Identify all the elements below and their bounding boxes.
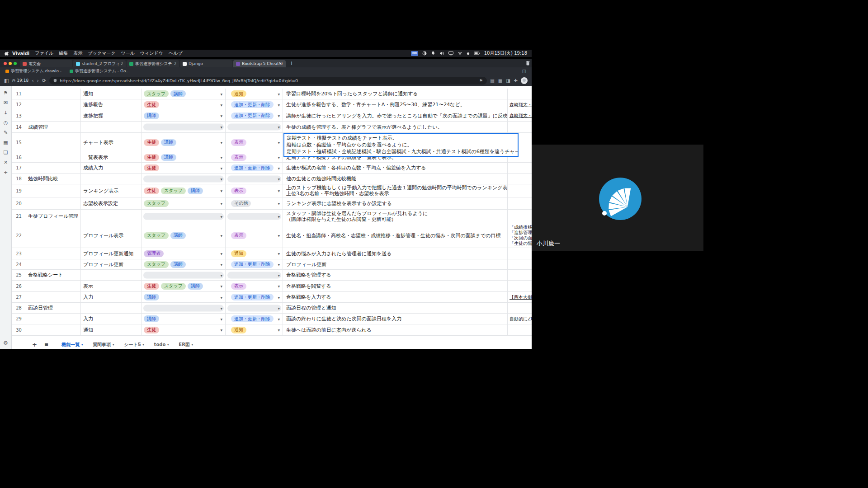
cell-roles[interactable]: ▼ bbox=[142, 210, 226, 223]
cell-description[interactable]: 生徒名・担当講師・高校名・志望校・成績推移・進捗管理・生徒の悩み・次回の面談まで… bbox=[283, 223, 508, 248]
dropdown-arrow-icon[interactable]: ▼ bbox=[220, 202, 222, 205]
cell-action[interactable]: 表示▼ bbox=[226, 281, 283, 291]
dropdown-arrow-icon[interactable]: ▼ bbox=[220, 92, 222, 95]
dropdown-arrow-icon[interactable]: ▼ bbox=[278, 285, 280, 288]
tiles-icon[interactable]: ▦ bbox=[498, 78, 502, 83]
row-number[interactable]: 11 bbox=[12, 89, 26, 99]
browser-tab[interactable]: 学習進捗管理システム2 bbox=[127, 60, 179, 67]
cell-roles[interactable]: 管理者▼ bbox=[142, 248, 226, 259]
row-number[interactable]: 25 bbox=[12, 270, 26, 280]
cell-feature[interactable]: 進捗報告 bbox=[81, 99, 142, 110]
action-chip[interactable]: 表示 bbox=[231, 188, 246, 194]
cell-description[interactable]: 生徒へは面談の前日に案内が送られる bbox=[283, 324, 508, 335]
row-number[interactable]: 15 bbox=[12, 133, 26, 152]
cell-section[interactable] bbox=[26, 248, 81, 259]
cell-roles[interactable]: 生徒▼ bbox=[142, 324, 226, 335]
browser-tab[interactable]: Bootstrap 5 CheatSheet B bbox=[233, 60, 286, 67]
cell-roles[interactable]: ▼ bbox=[142, 174, 226, 184]
menubar-item[interactable]: 表示 bbox=[73, 50, 82, 56]
dropdown-arrow-icon[interactable]: ▼ bbox=[278, 252, 280, 255]
display-icon[interactable] bbox=[448, 51, 453, 56]
notes-icon[interactable]: ✎ bbox=[4, 130, 8, 135]
cell-action[interactable]: 通知▼ bbox=[226, 89, 283, 99]
cell-feature[interactable]: 一覧表表示 bbox=[81, 152, 142, 162]
bookmark-item[interactable]: 学習管理システム.drawio - bbox=[5, 68, 61, 74]
input-source-icon[interactable]: ⌨ bbox=[411, 51, 418, 56]
menubar-item[interactable]: ファイル bbox=[35, 50, 53, 56]
dropdown-arrow-icon[interactable]: ▼ bbox=[278, 306, 280, 310]
cell-feature[interactable]: プロフィール更新 bbox=[81, 259, 142, 269]
cell-note[interactable] bbox=[508, 89, 532, 99]
cell-action[interactable]: 追加・更新・削除▼ bbox=[226, 110, 283, 121]
cell-note[interactable]: 【西本大樹 bbox=[508, 292, 532, 302]
close-panel-icon[interactable]: ✕ bbox=[4, 160, 8, 165]
zoom-window-icon[interactable] bbox=[14, 62, 17, 65]
role-chip[interactable]: スタッフ bbox=[144, 261, 169, 268]
dropdown-arrow-icon[interactable]: ▼ bbox=[278, 103, 280, 106]
cell-feature[interactable] bbox=[81, 270, 142, 280]
dropdown-arrow-icon[interactable]: ▼ bbox=[220, 215, 222, 218]
dropdown-arrow-icon[interactable]: ▼ bbox=[220, 177, 222, 180]
action-chip[interactable]: 通知 bbox=[231, 90, 246, 97]
cell-feature[interactable]: プロフィール更新通知 bbox=[81, 248, 142, 259]
role-chip[interactable]: スタッフ bbox=[144, 200, 169, 207]
cell-description[interactable]: 合格戦略を管理する bbox=[283, 270, 508, 280]
cell-description[interactable]: ランキング表示に志望校を表示するか設定する bbox=[283, 197, 508, 209]
cell-note[interactable] bbox=[508, 174, 532, 184]
cell-note[interactable] bbox=[508, 324, 532, 335]
cell-description[interactable]: プロフィール更新 bbox=[283, 259, 508, 269]
cell-description[interactable]: 面談の終わりに生徒と決めた次回の面談日程を入力 bbox=[283, 314, 508, 324]
role-chip[interactable]: 生徒 bbox=[144, 283, 159, 290]
sheet-tab-arrow-icon[interactable]: ▾ bbox=[167, 343, 169, 346]
row-number[interactable]: 12 bbox=[12, 99, 26, 110]
role-chip[interactable]: 管理者 bbox=[144, 250, 164, 257]
cell-action[interactable]: 追加・更新・削除▼ bbox=[226, 259, 283, 269]
dropdown-arrow-icon[interactable]: ▼ bbox=[278, 273, 280, 277]
sheet-tab-arrow-icon[interactable]: ▾ bbox=[192, 343, 193, 346]
close-window-icon[interactable] bbox=[4, 62, 7, 65]
cell-section[interactable] bbox=[26, 292, 81, 302]
cell-action[interactable]: その他▼ bbox=[226, 197, 283, 209]
role-chip[interactable]: 講師 bbox=[144, 294, 159, 300]
row-number[interactable]: 16 bbox=[12, 152, 26, 162]
cell-roles[interactable]: スタッフ▼ bbox=[142, 197, 226, 209]
dropdown-arrow-icon[interactable]: ▼ bbox=[220, 166, 222, 169]
cell-note[interactable]: 「成績推移「進捗管理「次回の面「生徒の悩 bbox=[508, 223, 532, 248]
action-chip[interactable]: 通知 bbox=[231, 327, 246, 333]
add-panel-icon[interactable]: + bbox=[4, 170, 8, 175]
dropdown-arrow-icon[interactable]: ▼ bbox=[278, 92, 280, 95]
dropdown-arrow-icon[interactable]: ▼ bbox=[278, 317, 280, 320]
cell-action[interactable]: ▼ bbox=[226, 122, 283, 132]
cell-action[interactable]: 追加・更新・削除▼ bbox=[226, 292, 283, 302]
cell-feature[interactable]: 通知 bbox=[81, 89, 142, 99]
cell-action[interactable]: 追加・更新・削除▼ bbox=[226, 99, 283, 110]
cell-feature[interactable]: 入力 bbox=[81, 314, 142, 324]
sheet-tab-arrow-icon[interactable]: ▾ bbox=[81, 343, 83, 346]
dropdown-arrow-icon[interactable]: ▼ bbox=[220, 328, 222, 332]
cell-note[interactable] bbox=[508, 122, 532, 132]
menubar-item[interactable]: ツール bbox=[121, 50, 134, 56]
role-chip[interactable]: 講師 bbox=[170, 90, 186, 97]
sheet-tab[interactable]: 質問事項▾ bbox=[88, 340, 119, 349]
dropdown-arrow-icon[interactable]: ▼ bbox=[278, 166, 280, 169]
cell-description[interactable]: 合格戦略を入力する bbox=[283, 292, 508, 302]
role-chip[interactable]: 生徒 bbox=[144, 154, 159, 161]
cell-note[interactable]: 自動的にZ0 bbox=[508, 314, 532, 324]
action-chip[interactable]: 追加・更新・削除 bbox=[231, 315, 274, 322]
action-chip[interactable]: その他 bbox=[231, 200, 251, 207]
menubar-item[interactable]: 編集 bbox=[59, 50, 68, 56]
menubar-clock[interactable]: 10月15日(火) 19:18 bbox=[484, 50, 527, 56]
action-chip[interactable]: 表示 bbox=[231, 154, 246, 161]
screen-mirroring-icon[interactable] bbox=[422, 51, 427, 56]
cell-action[interactable]: 通知▼ bbox=[226, 248, 283, 259]
dropdown-arrow-icon[interactable]: ▼ bbox=[220, 189, 222, 192]
empty-dropdown[interactable] bbox=[143, 213, 224, 220]
mail-icon[interactable]: ✉ bbox=[4, 100, 8, 105]
dropdown-arrow-icon[interactable]: ▼ bbox=[278, 126, 280, 129]
role-chip[interactable]: スタッフ bbox=[144, 90, 169, 97]
all-sheets-menu-icon[interactable]: ≡ bbox=[44, 342, 48, 347]
dropdown-arrow-icon[interactable]: ▼ bbox=[220, 126, 222, 129]
cell-roles[interactable]: 生徒講師▼ bbox=[142, 133, 226, 152]
cell-description[interactable]: 生徒が模試の名前・各科目の点数・平均点・偏差値を入力する bbox=[283, 163, 508, 173]
action-chip[interactable]: 追加・更新・削除 bbox=[231, 261, 274, 268]
